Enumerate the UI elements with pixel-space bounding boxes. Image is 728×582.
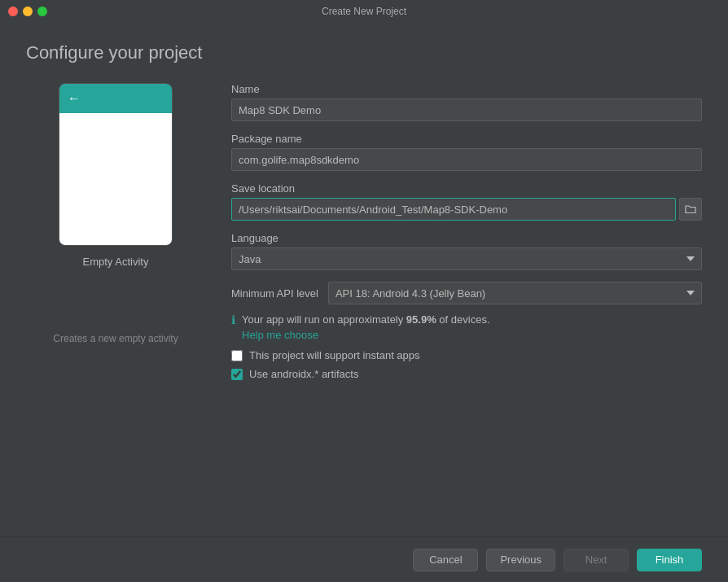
name-label: Name	[231, 83, 702, 95]
name-input[interactable]	[231, 98, 702, 121]
androidx-row: Use androidx.* artifacts	[231, 368, 702, 380]
api-info-suffix: of devices.	[436, 313, 490, 326]
language-group: Language Java Kotlin	[231, 232, 702, 270]
androidx-checkbox[interactable]	[231, 369, 243, 380]
browse-folder-button[interactable]	[679, 198, 702, 221]
preview-body	[59, 113, 172, 245]
device-preview: ←	[59, 83, 173, 246]
package-input[interactable]	[231, 148, 702, 171]
close-button[interactable]	[8, 7, 18, 16]
window-controls[interactable]	[8, 7, 47, 16]
language-select[interactable]: Java Kotlin	[231, 247, 702, 270]
info-icon: ℹ	[231, 313, 235, 326]
package-label: Package name	[231, 133, 702, 145]
finish-button[interactable]: Finish	[637, 549, 702, 571]
cancel-button[interactable]: Cancel	[413, 549, 478, 571]
api-level-select[interactable]: API 16: Android 4.1 (Jelly Bean) API 17:…	[328, 282, 702, 304]
back-arrow-icon: ←	[68, 91, 81, 106]
folder-icon	[685, 204, 696, 214]
help-me-choose-link[interactable]: Help me choose	[242, 329, 490, 341]
api-info-prefix: Your app will run on approximately	[242, 313, 406, 326]
content-area: ← Empty Activity Creates a new empty act…	[26, 83, 702, 523]
title-bar: Create New Project	[0, 0, 728, 23]
activity-description: Creates a new empty activity	[53, 333, 178, 344]
instant-apps-checkbox[interactable]	[231, 350, 243, 361]
api-info-text: Your app will run on approximately 95.9%…	[242, 313, 490, 326]
api-info-content: Your app will run on approximately 95.9%…	[242, 313, 490, 341]
save-location-label: Save location	[231, 182, 702, 195]
preview-header: ←	[59, 84, 172, 113]
right-panel: Name Package name Save location	[231, 83, 702, 523]
window-title: Create New Project	[322, 6, 406, 17]
left-panel: ← Empty Activity Creates a new empty act…	[26, 83, 205, 523]
package-group: Package name	[231, 133, 702, 171]
androidx-label[interactable]: Use androidx.* artifacts	[249, 368, 358, 380]
instant-apps-row: This project will support instant apps	[231, 349, 702, 361]
api-info-row: ℹ Your app will run on approximately 95.…	[231, 313, 702, 341]
name-group: Name	[231, 83, 702, 121]
page-title: Configure your project	[26, 42, 702, 63]
previous-button[interactable]: Previous	[486, 549, 555, 571]
save-location-group: Save location	[231, 182, 702, 221]
language-label: Language	[231, 232, 702, 244]
footer: Cancel Previous Next Finish	[0, 536, 728, 582]
api-level-group: Minimum API level API 16: Android 4.1 (J…	[231, 282, 702, 304]
instant-apps-label[interactable]: This project will support instant apps	[249, 349, 420, 361]
main-content: Configure your project ← Empty Activity …	[0, 23, 728, 536]
api-info-percentage: 95.9%	[406, 313, 436, 326]
activity-label: Empty Activity	[83, 256, 149, 268]
save-location-wrapper	[231, 198, 702, 221]
minimize-button[interactable]	[23, 7, 33, 16]
maximize-button[interactable]	[37, 7, 47, 16]
next-button[interactable]: Next	[564, 549, 629, 571]
save-location-input[interactable]	[231, 198, 676, 221]
api-level-label: Minimum API level	[231, 287, 318, 300]
